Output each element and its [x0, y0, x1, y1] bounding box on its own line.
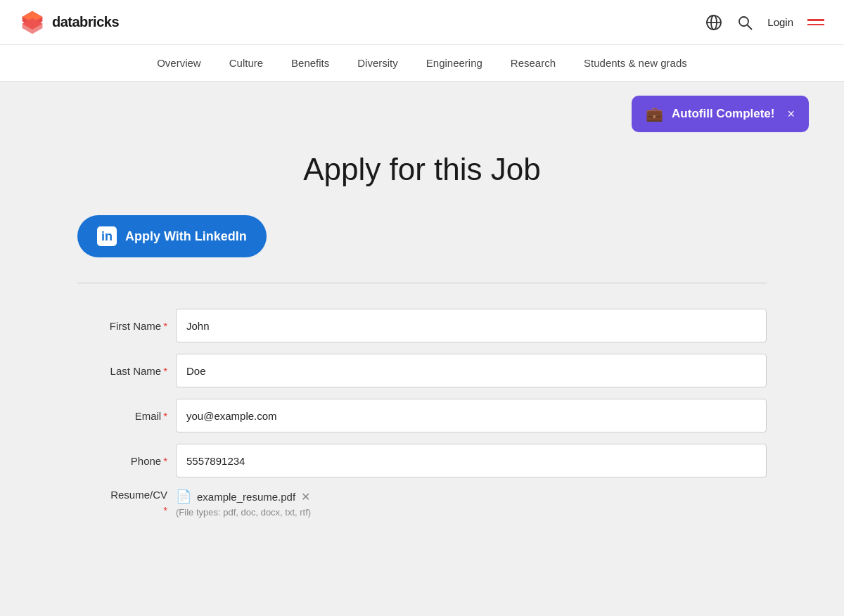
- last-name-required: *: [163, 365, 167, 377]
- email-label: Email*: [77, 410, 176, 422]
- linkedin-in-text: in: [101, 229, 113, 244]
- nav-item-diversity[interactable]: Diversity: [357, 54, 398, 72]
- form-divider: [77, 283, 767, 283]
- nav-item-benefits[interactable]: Benefits: [291, 54, 329, 72]
- resume-required-star: *: [77, 504, 167, 516]
- logo-text: databricks: [52, 14, 119, 30]
- resume-file-row: 📄 example_resume.pdf ✕: [176, 489, 767, 504]
- phone-required: *: [163, 455, 167, 467]
- hamburger-menu-button[interactable]: [807, 19, 824, 25]
- header-right: Login: [705, 14, 824, 31]
- nav-item-culture[interactable]: Culture: [229, 54, 263, 72]
- svg-line-8: [748, 25, 753, 30]
- login-button[interactable]: Login: [767, 16, 793, 28]
- hamburger-line-1: [807, 19, 824, 21]
- svg-point-7: [739, 17, 748, 26]
- nav-item-research[interactable]: Research: [511, 54, 556, 72]
- resume-file-name: example_resume.pdf: [197, 491, 295, 503]
- resume-file-types: (File types: pdf, doc, docx, txt, rtf): [176, 507, 767, 518]
- phone-label: Phone*: [77, 455, 176, 467]
- logo-area: databricks: [20, 10, 119, 35]
- linkedin-button-label: Apply With LinkedIn: [125, 229, 247, 244]
- resume-label: Resume/CV: [110, 489, 167, 501]
- last-name-row: Last Name*: [77, 354, 767, 387]
- first-name-required: *: [163, 320, 167, 332]
- hamburger-line-2: [807, 24, 824, 26]
- last-name-label: Last Name*: [77, 365, 176, 377]
- search-icon[interactable]: [736, 14, 753, 31]
- nav-item-overview[interactable]: Overview: [157, 54, 201, 72]
- last-name-input[interactable]: [176, 354, 767, 387]
- file-icon: 📄: [176, 489, 191, 504]
- email-required: *: [163, 410, 167, 422]
- autofill-close-button[interactable]: ×: [787, 107, 795, 122]
- header: databricks Login: [0, 0, 844, 45]
- resume-file-area: 📄 example_resume.pdf ✕ (File types: pdf,…: [176, 489, 767, 518]
- phone-row: Phone*: [77, 444, 767, 477]
- main-content: 💼 Autofill Complete! × Apply for this Jo…: [35, 82, 809, 571]
- first-name-label: First Name*: [77, 320, 176, 332]
- resume-remove-button[interactable]: ✕: [301, 490, 310, 503]
- first-name-row: First Name*: [77, 309, 767, 342]
- linkedin-apply-button[interactable]: in Apply With LinkedIn: [77, 215, 267, 257]
- application-form: First Name* Last Name* Email* Phone*: [77, 309, 767, 529]
- resume-row: Resume/CV * 📄 example_resume.pdf ✕ (File…: [77, 489, 767, 518]
- autofill-banner[interactable]: 💼 Autofill Complete! ×: [632, 96, 809, 132]
- autofill-icon: 💼: [646, 105, 663, 122]
- page-title: Apply for this Job: [77, 152, 767, 187]
- nav-item-engineering[interactable]: Engineering: [426, 54, 482, 72]
- phone-input[interactable]: [176, 444, 767, 477]
- email-input[interactable]: [176, 399, 767, 432]
- nav-item-students[interactable]: Students & new grads: [584, 54, 687, 72]
- linkedin-logo: in: [97, 226, 117, 246]
- email-row: Email*: [77, 399, 767, 432]
- resume-label-wrap: Resume/CV *: [77, 489, 176, 516]
- autofill-label: Autofill Complete!: [672, 107, 774, 121]
- databricks-logo-icon: [20, 10, 45, 35]
- first-name-input[interactable]: [176, 309, 767, 342]
- nav-bar: Overview Culture Benefits Diversity Engi…: [0, 45, 844, 82]
- globe-icon[interactable]: [705, 14, 722, 31]
